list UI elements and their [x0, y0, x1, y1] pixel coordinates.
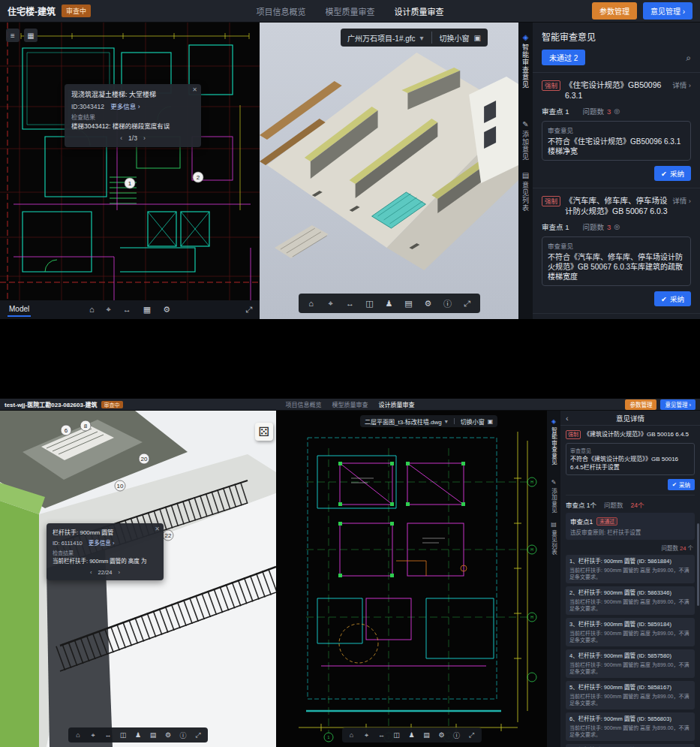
walk-icon[interactable]: ♟	[404, 731, 419, 739]
next-page-icon[interactable]: ›	[143, 134, 146, 142]
home-icon[interactable]: ⌂	[89, 305, 95, 315]
section-icon[interactable]: ◫	[389, 731, 404, 739]
chevron-down-icon[interactable]: ▾	[445, 418, 448, 425]
prev-page-icon[interactable]: ‹	[120, 134, 122, 142]
tab-opinion-list[interactable]: ▤ 意见列表	[550, 521, 558, 556]
tab-project-info[interactable]: 项目信息概览	[257, 5, 306, 17]
cad-viewport[interactable]: HHH 123	[276, 411, 547, 747]
eye-icon[interactable]: ◎	[614, 223, 620, 230]
opinion-manage-button[interactable]: 意见管理 ›	[643, 2, 692, 20]
chevron-down-icon[interactable]: ▾	[420, 34, 424, 42]
tab-add-opinion[interactable]: ✎ 添加意见	[521, 120, 530, 161]
settings-icon[interactable]: ⚙	[419, 299, 438, 309]
tooltip-title: 现浇筑混凝土楼梯: 大堂楼梯	[71, 89, 194, 99]
settings-icon[interactable]: ⚙	[161, 731, 176, 739]
model-3d-viewport[interactable]: 6 8 20 10 22 ⚄ ✕ 栏杆扶手: 900mm 圆管 ID: 6111…	[0, 411, 276, 747]
walk-icon[interactable]: ♟	[380, 299, 399, 309]
list-icon[interactable]: ▤	[399, 299, 419, 309]
issue-item[interactable]: 1、栏杆扶手: 900mm 圆管 (ID: 5861884) 当前栏杆扶手: 9…	[566, 555, 695, 583]
tab-model-quality[interactable]: 模型质量审查	[332, 400, 368, 408]
layers-icon[interactable]: ▦	[24, 29, 38, 42]
issue-item[interactable]: 2、栏杆扶手: 900mm 圆管 (ID: 5863346) 当前栏杆扶手: 9…	[566, 586, 695, 615]
model-file-select[interactable]: 广州万石项目-1#.gfc	[347, 32, 416, 44]
fullscreen-icon[interactable]: ⤢	[458, 299, 477, 309]
select-icon[interactable]: ⌖	[86, 731, 101, 739]
svg-text:8: 8	[84, 423, 88, 429]
review-point-group[interactable]: 审查点1 未通过 违反审查原则: 栏杆扶手设置	[566, 513, 695, 540]
mandatory-badge: 强制	[542, 196, 560, 206]
settings-icon[interactable]: ⚙	[163, 305, 170, 315]
prev-page-icon[interactable]: ‹	[90, 569, 92, 576]
measure-icon[interactable]: ↔	[341, 299, 360, 308]
issue-item[interactable]: 4、栏杆扶手: 900mm 圆管 (ID: 5857580) 当前栏杆扶手: 9…	[566, 649, 695, 678]
measure-icon[interactable]: ↔	[101, 731, 116, 739]
list-icon[interactable]: ▤	[146, 731, 161, 739]
section-icon[interactable]: ◫	[116, 731, 131, 739]
more-info-link[interactable]: 更多信息 ›	[89, 540, 115, 547]
menu-icon[interactable]: ≡	[6, 29, 20, 42]
params-manage-button[interactable]: 参数管理	[592, 2, 637, 20]
check-icon: ✔	[672, 481, 677, 488]
tab-model-quality[interactable]: 模型质量审查	[326, 5, 375, 17]
window-icon[interactable]: ▣	[488, 418, 494, 425]
home-icon[interactable]: ⌂	[344, 731, 359, 739]
search-icon[interactable]: ⌕	[686, 53, 691, 63]
more-info-link[interactable]: 更多信息 ›	[110, 103, 140, 110]
switch-window-button[interactable]: 切换小窗	[461, 417, 485, 426]
close-icon[interactable]: ✕	[192, 86, 197, 93]
tab-smart-review[interactable]: ◈ 智能审查意见	[521, 33, 530, 89]
scrollbar-thumb[interactable]	[697, 523, 699, 606]
app-window-bottom: test-wjj-医院工勘023-082603-建筑 审查中 项目信息概览 模型…	[0, 399, 700, 747]
tab-project-info[interactable]: 项目信息概览	[286, 400, 322, 408]
select-icon[interactable]: ⌖	[359, 731, 374, 739]
layers-icon[interactable]: ▦	[143, 305, 151, 315]
fullscreen-icon[interactable]: ⤢	[191, 731, 206, 739]
tab-design-quality[interactable]: 设计质量审查	[395, 5, 444, 17]
issue-item[interactable]: 6、栏杆扶手: 900mm 圆管 (ID: 5856803) 当前栏杆扶手: 9…	[566, 712, 695, 741]
issue-item[interactable]: 3、栏杆扶手: 900mm 圆管 (ID: 5859184) 当前栏杆扶手: 9…	[566, 618, 695, 646]
detail-link[interactable]: 详情 ›	[672, 80, 691, 90]
measure-icon[interactable]: ↔	[123, 305, 131, 315]
info-icon[interactable]: ⓘ	[438, 297, 458, 309]
select-icon[interactable]: ⌖	[107, 305, 111, 315]
params-manage-button[interactable]: 参数管理	[625, 399, 656, 410]
detail-link[interactable]: 详情 ›	[672, 195, 691, 206]
next-page-icon[interactable]: ›	[118, 569, 120, 576]
window-icon[interactable]: ▣	[474, 34, 481, 42]
tab-add-opinion[interactable]: ✎ 添加意见	[550, 479, 558, 514]
model-space-tab[interactable]: Model	[8, 303, 31, 317]
issue-item[interactable]: 7、栏杆扶手: 900mm 圆管 (ID: 5856696) 当前栏杆扶手: 9…	[566, 744, 695, 747]
close-icon[interactable]: ✕	[155, 526, 160, 532]
opinion-manage-button[interactable]: 意见管理 ›	[660, 399, 695, 410]
measure-icon[interactable]: ↔	[374, 731, 389, 739]
tab-label: 添加意见	[521, 131, 530, 161]
list-icon[interactable]: ▤	[419, 731, 434, 739]
tab-opinion-list[interactable]: ▤ 意见列表	[521, 171, 530, 212]
accept-button[interactable]: ✔ 采纳	[668, 479, 695, 490]
cad-file-select[interactable]: 二层平面图_t3-标改柱墙.dwg	[365, 417, 442, 426]
issue-item[interactable]: 5、栏杆扶手: 900mm 圆管 (ID: 5858167) 当前栏杆扶手: 9…	[566, 681, 695, 709]
model-3d-viewport[interactable]: 广州万石项目-1#.gfc ▾ 切换小窗 ▣ ⌂ ⌖ ↔ ◫ ♟ ▤ ⚙ ⓘ ⤢	[260, 23, 518, 319]
cad-viewport[interactable]: 1 2 ≡ ▦ ✕ 现浇筑混凝土楼梯: 大堂楼梯 ID:3043412 更多信息…	[0, 23, 260, 319]
issue-count-label: 问题数	[582, 106, 604, 116]
fullscreen-icon[interactable]: ⤢	[245, 305, 252, 315]
switch-window-button[interactable]: 切换小窗	[440, 32, 470, 44]
filter-failed-pill[interactable]: 未通过 2	[542, 50, 585, 65]
home-icon[interactable]: ⌂	[71, 731, 86, 739]
info-icon[interactable]: ⓘ	[449, 730, 464, 740]
home-icon[interactable]: ⌂	[302, 299, 321, 308]
fullscreen-icon[interactable]: ⤢	[464, 731, 479, 739]
tab-smart-review[interactable]: ◈ 智能审查意见	[550, 418, 558, 465]
back-icon[interactable]: ‹	[566, 414, 569, 423]
tab-design-quality[interactable]: 设计质量审查	[379, 400, 415, 408]
accept-button[interactable]: ✔ 采纳	[654, 166, 691, 181]
info-icon[interactable]: ⓘ	[176, 730, 191, 740]
select-icon[interactable]: ⌖	[321, 299, 341, 309]
header-actions: 参数管理 意见管理 ›	[592, 2, 692, 20]
walk-icon[interactable]: ♟	[131, 731, 146, 739]
section-icon[interactable]: ◫	[360, 299, 380, 309]
view-cube[interactable]: ⚄	[255, 423, 273, 441]
eye-icon[interactable]: ◎	[614, 107, 620, 115]
settings-icon[interactable]: ⚙	[434, 731, 449, 739]
accept-button[interactable]: ✔ 采纳	[654, 291, 691, 306]
